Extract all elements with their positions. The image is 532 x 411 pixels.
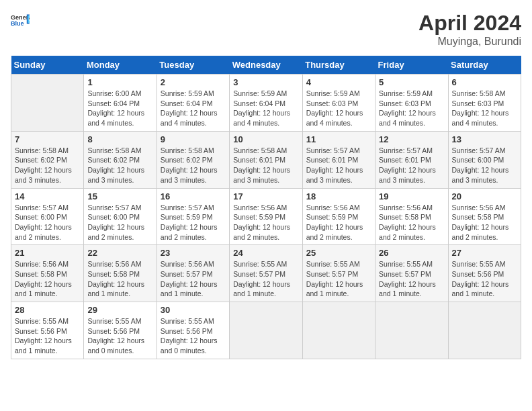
day-number: 18: [306, 191, 371, 201]
week-row-2: 7Sunrise: 5:58 AMSunset: 6:02 PMDaylight…: [11, 131, 521, 188]
day-number: 8: [87, 134, 152, 144]
calendar-header: SundayMondayTuesdayWednesdayThursdayFrid…: [11, 56, 521, 75]
day-number: 17: [233, 191, 298, 201]
day-info: Sunrise: 5:57 AMSunset: 6:01 PMDaylight:…: [379, 146, 444, 185]
day-number: 29: [87, 305, 152, 315]
day-number: 24: [233, 248, 298, 258]
day-info: Sunrise: 5:58 AMSunset: 6:02 PMDaylight:…: [15, 146, 80, 185]
calendar-cell: 4Sunrise: 5:59 AMSunset: 6:03 PMDaylight…: [302, 75, 375, 132]
day-number: 21: [15, 248, 80, 258]
day-info: Sunrise: 5:56 AMSunset: 5:58 PMDaylight:…: [87, 259, 152, 299]
title-area: April 2024 Muyinga, Burundi: [418, 11, 521, 48]
header-cell-tuesday: Tuesday: [157, 56, 229, 75]
week-row-1: 1Sunrise: 6:00 AMSunset: 6:04 PMDaylight…: [11, 75, 521, 132]
day-info: Sunrise: 5:56 AMSunset: 5:57 PMDaylight:…: [161, 259, 226, 299]
day-number: 9: [161, 134, 226, 144]
calendar-cell: 21Sunrise: 5:56 AMSunset: 5:58 PMDayligh…: [11, 245, 84, 302]
calendar-cell: 23Sunrise: 5:56 AMSunset: 5:57 PMDayligh…: [157, 245, 229, 302]
day-number: 20: [452, 191, 517, 201]
day-number: 3: [233, 77, 298, 87]
calendar-cell: 17Sunrise: 5:56 AMSunset: 5:59 PMDayligh…: [230, 188, 302, 245]
day-info: Sunrise: 5:56 AMSunset: 5:58 PMDaylight:…: [452, 203, 517, 242]
day-info: Sunrise: 5:57 AMSunset: 5:59 PMDaylight:…: [161, 203, 226, 242]
day-info: Sunrise: 5:58 AMSunset: 6:02 PMDaylight:…: [161, 146, 226, 185]
day-number: 19: [379, 191, 444, 201]
day-info: Sunrise: 5:58 AMSunset: 6:03 PMDaylight:…: [452, 89, 517, 128]
calendar-cell: 25Sunrise: 5:55 AMSunset: 5:57 PMDayligh…: [302, 245, 375, 302]
day-number: 23: [161, 248, 226, 258]
calendar-cell: [302, 302, 375, 359]
calendar-cell: 22Sunrise: 5:56 AMSunset: 5:58 PMDayligh…: [84, 245, 157, 302]
day-number: 14: [15, 191, 80, 201]
day-info: Sunrise: 5:55 AMSunset: 5:56 PMDaylight:…: [87, 316, 152, 356]
day-info: Sunrise: 5:59 AMSunset: 6:03 PMDaylight:…: [379, 89, 444, 128]
calendar-cell: [11, 75, 84, 132]
day-info: Sunrise: 5:55 AMSunset: 5:56 PMDaylight:…: [15, 316, 80, 356]
calendar-body: 1Sunrise: 6:00 AMSunset: 6:04 PMDaylight…: [11, 75, 521, 359]
calendar-cell: 30Sunrise: 5:55 AMSunset: 5:56 PMDayligh…: [157, 302, 229, 359]
calendar-cell: 11Sunrise: 5:57 AMSunset: 6:01 PMDayligh…: [302, 131, 375, 188]
calendar-cell: 14Sunrise: 5:57 AMSunset: 6:00 PMDayligh…: [11, 188, 84, 245]
day-info: Sunrise: 5:55 AMSunset: 5:57 PMDaylight:…: [233, 259, 298, 299]
calendar-cell: 24Sunrise: 5:55 AMSunset: 5:57 PMDayligh…: [230, 245, 302, 302]
day-info: Sunrise: 5:56 AMSunset: 5:58 PMDaylight:…: [15, 259, 80, 299]
calendar-cell: 28Sunrise: 5:55 AMSunset: 5:56 PMDayligh…: [11, 302, 84, 359]
day-info: Sunrise: 5:59 AMSunset: 6:04 PMDaylight:…: [233, 89, 298, 128]
header-cell-sunday: Sunday: [11, 56, 84, 75]
calendar-cell: 16Sunrise: 5:57 AMSunset: 5:59 PMDayligh…: [157, 188, 229, 245]
day-info: Sunrise: 5:57 AMSunset: 6:00 PMDaylight:…: [87, 203, 152, 242]
calendar-cell: 1Sunrise: 6:00 AMSunset: 6:04 PMDaylight…: [84, 75, 157, 132]
main-title: April 2024: [418, 11, 521, 36]
day-info: Sunrise: 5:56 AMSunset: 5:58 PMDaylight:…: [379, 203, 444, 242]
calendar-cell: 12Sunrise: 5:57 AMSunset: 6:01 PMDayligh…: [375, 131, 448, 188]
day-number: 1: [87, 77, 152, 87]
day-info: Sunrise: 5:58 AMSunset: 6:02 PMDaylight:…: [87, 146, 152, 185]
day-info: Sunrise: 5:59 AMSunset: 6:03 PMDaylight:…: [306, 89, 371, 128]
day-info: Sunrise: 5:55 AMSunset: 5:56 PMDaylight:…: [452, 259, 517, 299]
day-number: 15: [87, 191, 152, 201]
day-number: 25: [306, 248, 371, 258]
day-number: 6: [452, 77, 517, 87]
day-number: 22: [87, 248, 152, 258]
day-number: 30: [161, 305, 226, 315]
day-number: 26: [379, 248, 444, 258]
header-cell-thursday: Thursday: [302, 56, 375, 75]
day-number: 11: [306, 134, 371, 144]
day-number: 16: [161, 191, 226, 201]
week-row-3: 14Sunrise: 5:57 AMSunset: 6:00 PMDayligh…: [11, 188, 521, 245]
calendar-cell: 2Sunrise: 5:59 AMSunset: 6:04 PMDaylight…: [157, 75, 229, 132]
header-cell-friday: Friday: [375, 56, 448, 75]
calendar-cell: 5Sunrise: 5:59 AMSunset: 6:03 PMDaylight…: [375, 75, 448, 132]
calendar-cell: [375, 302, 448, 359]
day-info: Sunrise: 5:55 AMSunset: 5:56 PMDaylight:…: [161, 316, 226, 356]
calendar-table: SundayMondayTuesdayWednesdayThursdayFrid…: [11, 56, 521, 359]
day-number: 28: [15, 305, 80, 315]
header-cell-wednesday: Wednesday: [230, 56, 302, 75]
day-info: Sunrise: 5:56 AMSunset: 5:59 PMDaylight:…: [306, 203, 371, 242]
calendar-cell: [448, 302, 521, 359]
subtitle: Muyinga, Burundi: [418, 36, 521, 48]
day-number: 4: [306, 77, 371, 87]
day-number: 13: [452, 134, 517, 144]
day-info: Sunrise: 5:57 AMSunset: 6:00 PMDaylight:…: [15, 203, 80, 242]
calendar-cell: 19Sunrise: 5:56 AMSunset: 5:58 PMDayligh…: [375, 188, 448, 245]
header: General Blue April 2024 Muyinga, Burundi: [11, 11, 521, 48]
calendar-cell: 29Sunrise: 5:55 AMSunset: 5:56 PMDayligh…: [84, 302, 157, 359]
day-number: 2: [161, 77, 226, 87]
calendar-cell: 27Sunrise: 5:55 AMSunset: 5:56 PMDayligh…: [448, 245, 521, 302]
calendar-cell: 10Sunrise: 5:58 AMSunset: 6:01 PMDayligh…: [230, 131, 302, 188]
day-info: Sunrise: 5:56 AMSunset: 5:59 PMDaylight:…: [233, 203, 298, 242]
day-info: Sunrise: 6:00 AMSunset: 6:04 PMDaylight:…: [87, 89, 152, 128]
day-info: Sunrise: 5:59 AMSunset: 6:04 PMDaylight:…: [161, 89, 226, 128]
calendar-cell: 26Sunrise: 5:55 AMSunset: 5:57 PMDayligh…: [375, 245, 448, 302]
week-row-4: 21Sunrise: 5:56 AMSunset: 5:58 PMDayligh…: [11, 245, 521, 302]
calendar-cell: 6Sunrise: 5:58 AMSunset: 6:03 PMDaylight…: [448, 75, 521, 132]
svg-text:Blue: Blue: [11, 20, 24, 27]
day-number: 12: [379, 134, 444, 144]
calendar-cell: 8Sunrise: 5:58 AMSunset: 6:02 PMDaylight…: [84, 131, 157, 188]
day-number: 10: [233, 134, 298, 144]
calendar-cell: 20Sunrise: 5:56 AMSunset: 5:58 PMDayligh…: [448, 188, 521, 245]
day-number: 27: [452, 248, 517, 258]
header-cell-monday: Monday: [84, 56, 157, 75]
calendar-cell: 3Sunrise: 5:59 AMSunset: 6:04 PMDaylight…: [230, 75, 302, 132]
